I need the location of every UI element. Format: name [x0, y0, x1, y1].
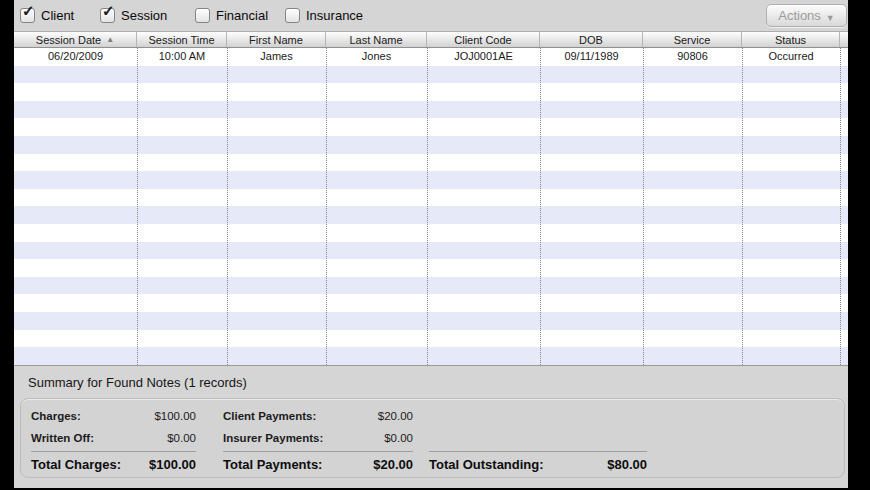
summary-total-value: $20.00: [373, 457, 413, 472]
column-separator: [326, 48, 327, 365]
summary-row-spacer: [429, 405, 647, 427]
summary-label: Insurer Payments:: [223, 432, 323, 444]
actions-button[interactable]: Actions ▼: [766, 4, 847, 27]
column-separator: [643, 48, 644, 365]
column-separator: [540, 48, 541, 365]
column-header-dob[interactable]: DOB: [540, 32, 643, 47]
cell-dob: 09/11/1989: [540, 48, 643, 66]
filter-toolbar: ✓ Client ✓ Session Financial Insurance A…: [14, 0, 848, 32]
filter-label-session: Session: [121, 8, 167, 23]
column-header-filler: [840, 32, 848, 47]
column-header-service[interactable]: Service: [643, 32, 742, 47]
column-header-last-name[interactable]: Last Name: [326, 32, 427, 47]
cell-client-code: JOJ0001AE: [427, 48, 540, 66]
filter-checkbox-financial[interactable]: Financial: [195, 0, 268, 31]
summary-total-label: Total Payments:: [223, 457, 322, 472]
summary-row: Insurer Payments: $0.00: [223, 427, 413, 449]
column-separator: [227, 48, 228, 365]
table-header: Session Date ▲ Session Time First Name L…: [14, 32, 848, 48]
sort-ascending-icon: ▲: [106, 35, 114, 44]
summary-row: Client Payments: $20.00: [223, 405, 413, 427]
checkbox-checked-icon: ✓: [20, 8, 35, 23]
column-separator: [742, 48, 743, 365]
column-header-session-time[interactable]: Session Time: [137, 32, 227, 47]
checkbox-checked-icon: ✓: [100, 8, 115, 23]
summary-row: Written Off: $0.00: [31, 427, 196, 449]
filter-label-client: Client: [41, 8, 74, 23]
cell-last-name: Jones: [326, 48, 427, 66]
summary-total-label: Total Outstanding:: [429, 457, 544, 472]
table-body: 06/20/2009 10:00 AM James Jones JOJ0001A…: [14, 48, 848, 366]
filter-label-insurance: Insurance: [306, 8, 363, 23]
cell-service: 90806: [643, 48, 742, 66]
summary-total-label: Total Charges:: [31, 457, 121, 472]
filter-label-financial: Financial: [216, 8, 268, 23]
cell-session-date: 06/20/2009: [14, 48, 137, 66]
cell-status: Occurred: [742, 48, 840, 66]
summary-group-charges: Charges: $100.00 Written Off: $0.00 Tota…: [31, 399, 196, 476]
column-separator: [840, 48, 841, 365]
summary-total-row: Total Charges: $100.00: [31, 452, 196, 476]
notes-search-panel: ✓ Client ✓ Session Financial Insurance A…: [14, 0, 848, 487]
summary-box: Charges: $100.00 Written Off: $0.00 Tota…: [20, 398, 845, 478]
summary-label: Written Off:: [31, 432, 94, 444]
summary-panel: Summary for Found Notes (1 records) Char…: [14, 366, 848, 488]
summary-value: $0.00: [167, 432, 196, 444]
actions-button-label: Actions: [778, 8, 821, 23]
cell-session-time: 10:00 AM: [137, 48, 227, 66]
summary-value: $20.00: [378, 410, 413, 422]
window: ✓ Client ✓ Session Financial Insurance A…: [0, 0, 870, 490]
summary-group-payments: Client Payments: $20.00 Insurer Payments…: [223, 399, 413, 476]
column-separator: [427, 48, 428, 365]
summary-total-value: $80.00: [607, 457, 647, 472]
filter-checkbox-insurance[interactable]: Insurance: [285, 0, 363, 31]
column-header-client-code[interactable]: Client Code: [427, 32, 540, 47]
column-header-session-date[interactable]: Session Date ▲: [14, 32, 137, 47]
checkbox-unchecked-icon: [195, 8, 210, 23]
summary-label: Charges:: [31, 410, 81, 422]
column-separator: [137, 48, 138, 365]
cell-first-name: James: [227, 48, 326, 66]
summary-total-value: $100.00: [149, 457, 196, 472]
column-header-first-name[interactable]: First Name: [227, 32, 326, 47]
summary-row-spacer: [429, 427, 647, 449]
filter-checkbox-client[interactable]: ✓ Client: [20, 0, 74, 31]
summary-label: Client Payments:: [223, 410, 316, 422]
summary-title: Summary for Found Notes (1 records): [14, 366, 848, 390]
summary-value: $0.00: [384, 432, 413, 444]
filter-checkbox-session[interactable]: ✓ Session: [100, 0, 167, 31]
table-row[interactable]: 06/20/2009 10:00 AM James Jones JOJ0001A…: [14, 48, 848, 66]
chevron-down-icon: ▼: [826, 13, 835, 23]
summary-row: Charges: $100.00: [31, 405, 196, 427]
summary-total-row: Total Payments: $20.00: [223, 452, 413, 476]
summary-total-row: Total Outstanding: $80.00: [429, 452, 647, 476]
summary-group-outstanding: Total Outstanding: $80.00: [429, 399, 647, 476]
column-header-status[interactable]: Status: [742, 32, 840, 47]
summary-value: $100.00: [154, 410, 196, 422]
checkbox-unchecked-icon: [285, 8, 300, 23]
